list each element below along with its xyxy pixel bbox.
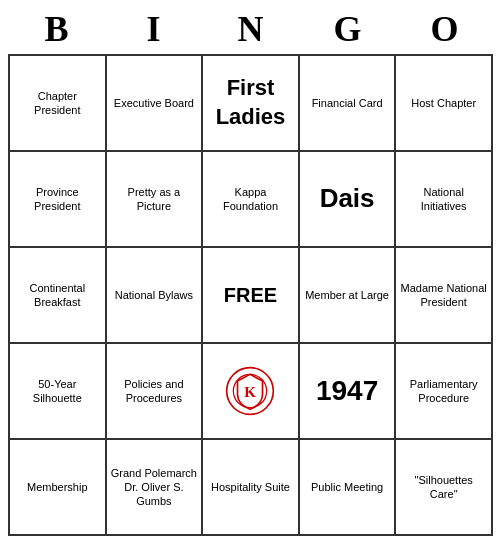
bingo-cell-7: Kappa Foundation bbox=[203, 152, 300, 248]
header-o: O bbox=[396, 8, 493, 50]
bingo-cell-11: National Bylaws bbox=[107, 248, 204, 344]
header-i: I bbox=[105, 8, 202, 50]
bingo-cell-6: Pretty as a Picture bbox=[107, 152, 204, 248]
bingo-header: B I N G O bbox=[8, 8, 493, 50]
bingo-cell-8: Dais bbox=[300, 152, 397, 248]
bingo-grid: Chapter PresidentExecutive BoardFirst La… bbox=[8, 54, 493, 536]
header-g: G bbox=[299, 8, 396, 50]
bingo-cell-17: K bbox=[203, 344, 300, 440]
bingo-cell-0: Chapter President bbox=[10, 56, 107, 152]
bingo-cell-5: Province President bbox=[10, 152, 107, 248]
bingo-cell-13: Member at Large bbox=[300, 248, 397, 344]
bingo-cell-24: "Silhouettes Care" bbox=[396, 440, 493, 536]
header-n: N bbox=[202, 8, 299, 50]
bingo-cell-15: 50-Year Silhouette bbox=[10, 344, 107, 440]
bingo-cell-19: Parliamentary Procedure bbox=[396, 344, 493, 440]
bingo-cell-12: FREE bbox=[203, 248, 300, 344]
bingo-cell-9: National Initiatives bbox=[396, 152, 493, 248]
bingo-cell-20: Membership bbox=[10, 440, 107, 536]
bingo-cell-14: Madame National President bbox=[396, 248, 493, 344]
svg-text:K: K bbox=[245, 384, 257, 400]
bingo-cell-10: Continental Breakfast bbox=[10, 248, 107, 344]
bingo-cell-2: First Ladies bbox=[203, 56, 300, 152]
bingo-cell-22: Hospitality Suite bbox=[203, 440, 300, 536]
bingo-cell-1: Executive Board bbox=[107, 56, 204, 152]
bingo-cell-4: Host Chapter bbox=[396, 56, 493, 152]
header-b: B bbox=[8, 8, 105, 50]
bingo-cell-18: 1947 bbox=[300, 344, 397, 440]
bingo-cell-23: Public Meeting bbox=[300, 440, 397, 536]
bingo-cell-21: Grand Polemarch Dr. Oliver S. Gumbs bbox=[107, 440, 204, 536]
bingo-cell-3: Financial Card bbox=[300, 56, 397, 152]
bingo-cell-16: Policies and Procedures bbox=[107, 344, 204, 440]
